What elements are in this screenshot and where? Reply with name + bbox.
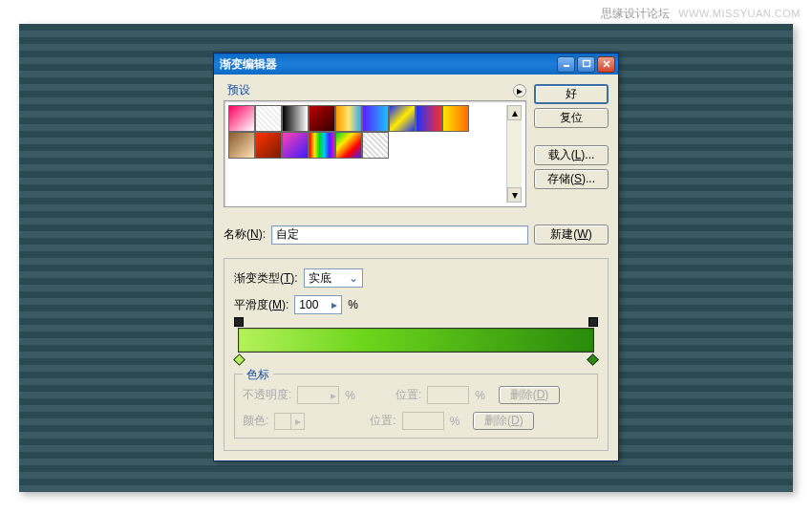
opacity-stop-left[interactable] [234, 317, 244, 327]
position1-label: 位置: [395, 387, 421, 403]
load-button[interactable]: 载入(L)... [534, 145, 609, 165]
preset-swatch[interactable] [282, 105, 309, 132]
preset-swatch[interactable] [228, 105, 255, 132]
gradient-editor-dialog: 渐变编辑器 预设 ▸ ▴ ▾ [213, 53, 619, 461]
preset-swatch[interactable] [416, 105, 442, 132]
opacity-input: ▸ [297, 386, 339, 404]
presets-grid: ▴ ▾ [224, 100, 526, 207]
preset-swatch[interactable] [255, 105, 282, 132]
preset-swatch[interactable] [309, 132, 335, 159]
gradient-bar-editor[interactable] [234, 328, 598, 353]
name-input[interactable]: 自定 [271, 225, 528, 245]
preset-swatch[interactable] [228, 132, 255, 159]
presets-label: 预设 [224, 82, 250, 98]
position2-input [402, 412, 444, 430]
position1-input [427, 386, 469, 404]
gradient-settings: 渐变类型(T): 实底 ⌄ 平滑度(M): 100 ▸ % [224, 258, 609, 451]
presets-section: 预设 ▸ ▴ ▾ [224, 82, 526, 207]
presets-flyout-icon[interactable]: ▸ [513, 84, 526, 97]
close-button[interactable] [597, 56, 615, 73]
maximize-button[interactable] [577, 56, 595, 73]
dialog-title: 渐变编辑器 [220, 56, 557, 73]
scroll-down-icon[interactable]: ▾ [507, 187, 522, 203]
minimize-button[interactable] [557, 56, 575, 73]
chevron-down-icon: ⌄ [349, 271, 358, 285]
svg-rect-1 [583, 61, 589, 67]
window-buttons [557, 56, 615, 73]
spinner-icon[interactable]: ▸ [331, 298, 337, 311]
stops-section: 色标 不透明度: ▸ % 位置: % 删除(D) 颜色: ▸ 位置: [234, 374, 598, 439]
presets-scrollbar[interactable]: ▴ ▾ [506, 105, 522, 203]
new-button[interactable]: 新建(W) [534, 225, 609, 245]
preset-swatch[interactable] [255, 132, 282, 159]
smoothness-suffix: % [348, 298, 358, 311]
ok-button[interactable]: 好 [534, 84, 609, 104]
preset-swatch[interactable] [442, 105, 469, 132]
stops-legend: 色标 [243, 367, 273, 383]
delete2-button: 删除(D) [473, 412, 534, 430]
smoothness-input[interactable]: 100 ▸ [294, 295, 342, 314]
watermark: 思缘设计论坛 WWW.MISSYUAN.COM [601, 6, 801, 22]
color-well: ▸ [274, 413, 305, 430]
watermark-text: 思缘设计论坛 [601, 7, 670, 20]
position2-label: 位置: [370, 413, 395, 429]
dialog-body: 预设 ▸ ▴ ▾ 好 复位 载入(L)... 存储(S)... [214, 75, 618, 460]
scroll-up-icon[interactable]: ▴ [507, 105, 522, 120]
titlebar[interactable]: 渐变编辑器 [214, 54, 618, 75]
smoothness-label: 平滑度(M): [234, 297, 288, 313]
preset-swatch[interactable] [362, 105, 389, 132]
gradient-preview[interactable] [238, 328, 594, 353]
color-label: 颜色: [243, 413, 268, 429]
color-stop-right[interactable] [588, 353, 598, 365]
reset-button[interactable]: 复位 [534, 108, 609, 128]
name-label: 名称(N): [224, 226, 266, 243]
color-stop-left[interactable] [234, 353, 245, 365]
watermark-site: WWW.MISSYUAN.COM [678, 8, 801, 19]
preset-swatch[interactable] [362, 132, 389, 159]
type-select[interactable]: 实底 ⌄ [304, 268, 363, 288]
delete1-button: 删除(D) [499, 386, 560, 404]
type-label: 渐变类型(T): [234, 270, 298, 287]
opacity-stop-right[interactable] [588, 317, 598, 327]
preset-swatch[interactable] [282, 132, 309, 159]
save-button[interactable]: 存储(S)... [534, 169, 609, 189]
preset-swatch[interactable] [389, 105, 416, 132]
opacity-label: 不透明度: [243, 387, 291, 403]
dialog-buttons: 好 复位 载入(L)... 存储(S)... [534, 84, 609, 189]
preset-swatch[interactable] [335, 105, 362, 132]
preset-swatch[interactable] [335, 132, 362, 159]
preset-swatch[interactable] [309, 105, 335, 132]
